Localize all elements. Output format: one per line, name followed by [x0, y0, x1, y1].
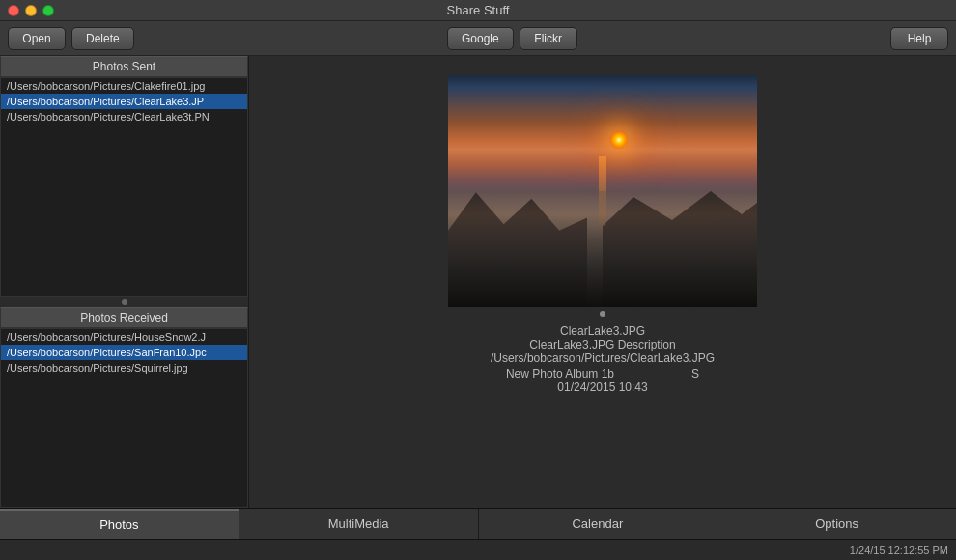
photo-album: New Photo Album 1b — [506, 367, 614, 380]
photos-received-header: Photos Received — [0, 307, 248, 328]
divider-dot — [122, 299, 127, 305]
photo-display-area — [448, 75, 757, 307]
maximize-button[interactable] — [42, 5, 54, 16]
photo-date: 01/24/2015 10:43 — [557, 380, 647, 394]
list-item[interactable]: /Users/bobcarson/Pictures/ClearLake3.JP — [1, 94, 247, 109]
list-item[interactable]: /Users/bobcarson/Pictures/Clakefire01.jp… — [1, 78, 247, 94]
photo-image — [448, 75, 757, 307]
close-button[interactable] — [8, 5, 19, 16]
photo-info-section: ClearLake3.JPG ClearLake3.JPG Descriptio… — [259, 324, 946, 394]
window-title: Share Stuff — [447, 3, 510, 17]
photos-sent-header: Photos Sent — [0, 56, 248, 77]
tab-calendar[interactable]: Calendar — [479, 509, 718, 539]
toolbar: Open Delete Google Flickr Help — [0, 21, 956, 56]
tab-bar: Photos MultiMedia Calendar Options — [0, 508, 956, 539]
photo-filename: ClearLake3.JPG — [560, 324, 645, 338]
status-datetime: 1/24/15 12:12:55 PM — [850, 545, 948, 556]
photo-status: S — [691, 367, 699, 380]
tab-multimedia[interactable]: MultiMedia — [239, 509, 479, 539]
list-item[interactable]: /Users/bobcarson/Pictures/HouseSnow2.J — [1, 329, 247, 345]
photos-sent-list[interactable]: /Users/bobcarson/Pictures/Clakefire01.jp… — [0, 77, 248, 297]
photo-description: ClearLake3.JPG Description — [529, 338, 675, 351]
sun-element — [610, 131, 628, 149]
photos-sent-section: Photos Sent /Users/bobcarson/Pictures/Cl… — [0, 56, 248, 297]
scroll-indicator — [600, 311, 605, 317]
status-bar: 1/24/15 12:12:55 PM — [0, 539, 956, 560]
photos-received-list[interactable]: /Users/bobcarson/Pictures/HouseSnow2.J /… — [0, 328, 248, 508]
list-item[interactable]: /Users/bobcarson/Pictures/Squirrel.jpg — [1, 360, 247, 376]
water-shimmer — [448, 191, 757, 307]
traffic-lights — [8, 5, 54, 16]
delete-button[interactable]: Delete — [71, 27, 134, 50]
flickr-button[interactable]: Flickr — [520, 27, 577, 50]
list-item[interactable]: /Users/bobcarson/Pictures/SanFran10.Jpc — [1, 345, 247, 360]
left-panel: Photos Sent /Users/bobcarson/Pictures/Cl… — [0, 56, 249, 508]
right-panel: ClearLake3.JPG ClearLake3.JPG Descriptio… — [249, 56, 956, 508]
photos-received-section: Photos Received /Users/bobcarson/Picture… — [0, 307, 248, 508]
tab-options[interactable]: Options — [717, 509, 956, 539]
tab-photos[interactable]: Photos — [0, 509, 239, 539]
panel-divider[interactable] — [0, 297, 248, 307]
minimize-button[interactable] — [25, 5, 37, 16]
open-button[interactable]: Open — [8, 27, 66, 50]
photo-path: /Users/bobcarson/Pictures/ClearLake3.JPG — [491, 351, 715, 365]
help-button[interactable]: Help — [890, 27, 948, 50]
google-button[interactable]: Google — [447, 27, 514, 50]
list-item[interactable]: /Users/bobcarson/Pictures/ClearLake3t.PN — [1, 109, 247, 125]
title-bar: Share Stuff — [0, 0, 956, 21]
main-area: Photos Sent /Users/bobcarson/Pictures/Cl… — [0, 56, 956, 508]
